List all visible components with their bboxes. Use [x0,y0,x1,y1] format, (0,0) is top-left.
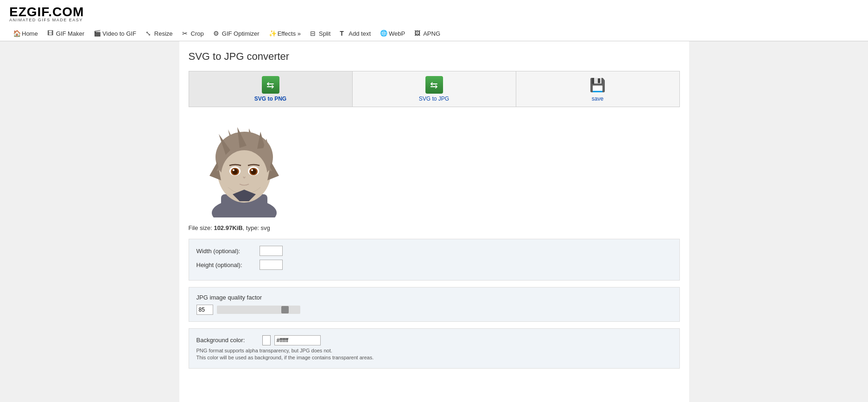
addtext-icon [340,30,347,37]
quality-label: JPG image quality factor [196,294,672,301]
logo-subtitle: ANIMATED GIFS MADE EASY [9,18,84,22]
svg-point-20 [233,169,234,171]
tab-svg-to-png-label: SVG to PNG [254,96,286,102]
bg-color-swatch[interactable] [262,335,271,345]
nav-split[interactable]: Split [306,28,334,39]
bg-color-input[interactable] [274,335,321,345]
nav-effects[interactable]: Effects » [265,28,304,39]
bg-row: Background color: [196,335,672,345]
quality-value-input[interactable] [196,305,213,315]
tab-save[interactable]: 💾 save [516,71,679,107]
main-content: SVG to JPG converter SVG to PNG SVG to J… [179,41,689,402]
file-size: 102.97KiB [214,224,242,231]
tab-svg-to-jpg-label: SVG to JPG [419,96,449,102]
main-nav: Home GIF Maker Video to GIF Resize Crop … [9,26,859,41]
split-icon [310,30,317,37]
nav-webp[interactable]: WebP [376,28,409,39]
bg-note-line1: PNG format supports alpha transparency, … [196,347,672,354]
quality-row [196,305,672,315]
width-row: Width (optional): [196,246,672,256]
tool-tabs: SVG to PNG SVG to JPG 💾 save [189,71,680,107]
nav-gif-optimizer[interactable]: GIF Optimizer [209,28,263,39]
tab-svg-to-png[interactable]: SVG to PNG [189,71,353,107]
quality-slider[interactable] [217,306,300,314]
effects-icon [269,30,276,37]
optimizer-icon [213,30,221,37]
video-icon [94,30,101,37]
crop-icon [182,30,190,37]
height-input[interactable] [260,260,283,270]
height-row: Height (optional): [196,260,672,270]
nav-resize[interactable]: Resize [142,28,177,39]
svg-to-jpg-icon [425,76,443,94]
preview-image [189,115,300,217]
nav-add-text[interactable]: Add text [336,28,374,39]
gif-icon [47,30,55,37]
nav-video-to-gif[interactable]: Video to GIF [90,28,140,39]
tab-svg-to-jpg[interactable]: SVG to JPG [353,71,516,107]
svg-to-png-icon [262,76,279,94]
nav-gif-maker[interactable]: GIF Maker [44,28,88,39]
page-title: SVG to JPG converter [189,51,680,63]
height-label: Height (optional): [196,262,257,268]
save-icon: 💾 [589,76,607,94]
file-type: , type: svg [243,224,270,231]
site-logo[interactable]: EZGIF.COM ANIMATED GIFS MADE EASY [9,5,84,22]
file-info-prefix: File size: [189,224,214,231]
tab-save-label: save [592,96,603,102]
bg-label: Background color: [196,335,257,344]
webp-icon [380,30,387,37]
nav-apng[interactable]: APNG [411,28,444,39]
nav-crop[interactable]: Crop [178,28,208,39]
svg-point-24 [251,169,253,171]
settings-panel: Width (optional): Height (optional): [189,239,680,281]
home-icon [13,30,20,37]
resize-icon [146,30,153,37]
bg-note: PNG format supports alpha transparency, … [196,347,672,362]
width-label: Width (optional): [196,248,257,255]
background-panel: Background color: PNG format supports al… [189,328,680,369]
file-info: File size: 102.97KiB, type: svg [189,224,680,231]
quality-panel: JPG image quality factor [189,287,680,322]
nav-home[interactable]: Home [9,28,42,39]
apng-icon [414,30,422,37]
image-preview [189,115,680,219]
bg-note-line2: This color will be used as background, i… [196,354,672,361]
width-input[interactable] [260,246,283,256]
